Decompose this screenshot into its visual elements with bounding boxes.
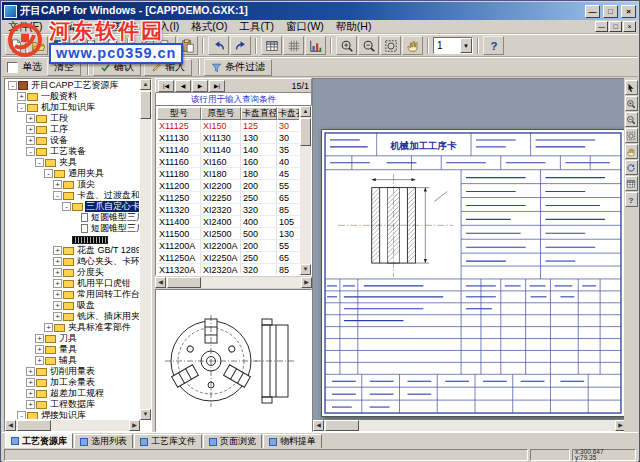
tree-expander[interactable]: - bbox=[17, 411, 26, 419]
tree-expander[interactable]: + bbox=[26, 367, 35, 376]
tree-item[interactable]: +超差加工规程 bbox=[6, 388, 139, 399]
tab-0[interactable]: 工艺资源库 bbox=[5, 433, 73, 448]
tab-1[interactable]: 选用列表 bbox=[74, 434, 133, 448]
combo-dropdown-button[interactable]: ▼ bbox=[460, 38, 472, 53]
tree-expander[interactable]: + bbox=[26, 114, 35, 123]
pan-button[interactable] bbox=[402, 36, 423, 55]
tree-item[interactable]: -卡盘、过渡盘和花盘 bbox=[6, 190, 139, 201]
help-button[interactable] bbox=[625, 192, 638, 207]
tree-expander[interactable]: + bbox=[26, 389, 35, 398]
scroll-up-button[interactable]: ▲ bbox=[140, 79, 151, 90]
tree-expander[interactable]: + bbox=[53, 268, 62, 277]
undo-button[interactable] bbox=[208, 36, 229, 55]
column-header[interactable]: 卡盘孔径 bbox=[277, 107, 299, 120]
grid-button[interactable] bbox=[283, 36, 304, 55]
scroll-left-button[interactable]: ◀ bbox=[155, 277, 166, 288]
tree-item[interactable]: +辅具 bbox=[6, 355, 139, 366]
refresh-button[interactable] bbox=[625, 160, 638, 175]
tree-item[interactable]: +一般资料 bbox=[6, 91, 139, 102]
tree-item[interactable]: +花盘 GB/T 12890- bbox=[6, 245, 139, 256]
tab-3[interactable]: 页面浏览 bbox=[203, 434, 262, 448]
tree-item[interactable]: -夹具 bbox=[6, 157, 139, 168]
tree-item[interactable]: -机加工知识库 bbox=[6, 102, 139, 113]
chart-button[interactable] bbox=[305, 36, 326, 55]
minimize-button[interactable]: — bbox=[585, 5, 600, 18]
tree-expander[interactable]: + bbox=[35, 334, 44, 343]
menu-item-5[interactable]: 工具(T) bbox=[234, 20, 280, 34]
tree-expander[interactable]: - bbox=[26, 147, 35, 156]
tree-expander[interactable]: + bbox=[53, 301, 62, 310]
table-row[interactable]: X11320AXI2320A32085 bbox=[157, 264, 299, 274]
first-record-button[interactable]: |◀ bbox=[158, 80, 174, 92]
tree-expander[interactable]: + bbox=[53, 180, 62, 189]
canvas-hscrollbar[interactable]: ◀▶ bbox=[313, 420, 626, 431]
tree-item[interactable]: +分度头 bbox=[6, 267, 139, 278]
prev-record-button[interactable]: ◀ bbox=[175, 80, 191, 92]
scroll-thumb[interactable] bbox=[300, 118, 311, 146]
scroll-left-button[interactable]: ◀ bbox=[313, 420, 324, 431]
table-button[interactable] bbox=[625, 176, 638, 191]
menu-item-6[interactable]: 窗口(W) bbox=[280, 20, 330, 34]
table-row[interactable]: X11125XI15012530 bbox=[157, 120, 299, 132]
scroll-thumb[interactable] bbox=[140, 91, 151, 119]
close-button[interactable]: × bbox=[621, 5, 636, 18]
tree-item[interactable]: +工段 bbox=[6, 113, 139, 124]
tree-expander[interactable]: - bbox=[8, 81, 17, 90]
tree-item[interactable]: +机用平口虎钳 bbox=[6, 278, 139, 289]
zoom-in-button[interactable] bbox=[625, 96, 638, 111]
scroll-right-button[interactable]: ▶ bbox=[301, 277, 312, 288]
table-row[interactable]: X11180XI18018045 bbox=[157, 168, 299, 180]
zoom-fit-button[interactable] bbox=[380, 36, 401, 55]
mdi-close-button[interactable]: × bbox=[623, 21, 636, 32]
scroll-thumb[interactable] bbox=[167, 277, 201, 288]
tree-expander[interactable]: + bbox=[53, 290, 62, 299]
tree-item[interactable]: +设备 bbox=[6, 135, 139, 146]
tree-item[interactable]: +切削用量表 bbox=[6, 366, 139, 377]
tree-expander[interactable]: + bbox=[26, 136, 35, 145]
scroll-up-button[interactable]: ▲ bbox=[300, 106, 311, 117]
table-row[interactable]: X11200AXI2200A20055 bbox=[157, 240, 299, 252]
tree-item[interactable]: -开目CAPP工艺资源库 bbox=[6, 80, 139, 91]
scroll-down-button[interactable]: ▼ bbox=[300, 264, 311, 275]
table-row[interactable]: X11320XI232032085 bbox=[157, 204, 299, 216]
tree-item[interactable]: -三爪自定心卡盘 bbox=[6, 201, 139, 212]
tree-item[interactable]: +铣床、插床用夹具 bbox=[6, 311, 139, 322]
maximize-button[interactable]: □ bbox=[603, 5, 618, 18]
table-row[interactable]: X11250AXI2250A25065 bbox=[157, 252, 299, 264]
tree-expander[interactable]: + bbox=[44, 323, 53, 332]
table-button[interactable] bbox=[261, 36, 282, 55]
tab-4[interactable]: 物料提单 bbox=[263, 434, 322, 448]
tree-expander[interactable]: - bbox=[62, 202, 71, 211]
tree-hscrollbar[interactable]: ◀▶ bbox=[5, 420, 140, 431]
table-row[interactable]: X11130XI113013030 bbox=[157, 132, 299, 144]
column-header[interactable]: 型号 bbox=[157, 107, 201, 120]
scroll-thumb[interactable] bbox=[325, 420, 359, 431]
tree-expander[interactable]: + bbox=[17, 92, 26, 101]
table-row[interactable]: X11500XI2500500130 bbox=[157, 228, 299, 240]
tree-item[interactable]: -通用夹具 bbox=[6, 168, 139, 179]
tree-expander[interactable]: + bbox=[26, 125, 35, 134]
tree-item[interactable]: +工序 bbox=[6, 124, 139, 135]
tree-expander[interactable]: - bbox=[44, 169, 53, 178]
scroll-left-button[interactable]: ◀ bbox=[5, 420, 16, 431]
help-button[interactable] bbox=[483, 36, 504, 55]
arrow-button[interactable] bbox=[625, 80, 638, 95]
tree-expander[interactable]: - bbox=[17, 103, 26, 112]
zoom-out-button[interactable] bbox=[358, 36, 379, 55]
tree-expander[interactable]: + bbox=[53, 312, 62, 321]
tree-item[interactable]: 短圆锥型三爪连接卡盘 bbox=[6, 212, 139, 223]
column-header[interactable]: 原型号 bbox=[201, 107, 241, 120]
tree-expander[interactable]: - bbox=[35, 158, 44, 167]
table-row[interactable]: X11250XI225025065 bbox=[157, 192, 299, 204]
grid-vscrollbar[interactable]: ▲▼ bbox=[300, 106, 311, 275]
last-record-button[interactable]: ▶| bbox=[209, 80, 225, 92]
tree-expander[interactable]: + bbox=[26, 400, 35, 409]
zoom-level-combo[interactable]: 1▼ bbox=[433, 37, 473, 54]
condition-filter-button[interactable]: 条件过滤 bbox=[204, 59, 272, 76]
tab-2[interactable]: 工艺库文件 bbox=[134, 434, 202, 448]
tree-expander[interactable]: + bbox=[53, 257, 62, 266]
tree-expander[interactable]: + bbox=[35, 345, 44, 354]
menu-item-7[interactable]: 帮助(H) bbox=[330, 20, 378, 34]
tree-item[interactable]: 短圆锥型三爪卡盘 bbox=[6, 223, 139, 234]
tree-expander[interactable]: + bbox=[53, 246, 62, 255]
